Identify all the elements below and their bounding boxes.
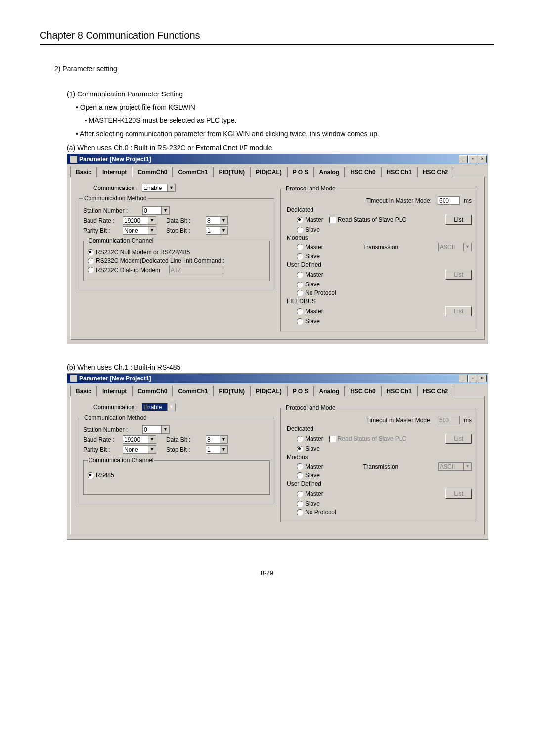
tab-analog[interactable]: Analog [314,167,345,177]
radio-fb-slave[interactable] [297,318,303,325]
tab-hscch1[interactable]: HSC Ch1 [381,386,417,396]
communication-combo[interactable]: Enable▼ [142,184,176,192]
tab-hscch0[interactable]: HSC Ch0 [345,386,381,396]
radio-modbus-slave[interactable] [297,253,303,260]
comm-channel-group: Communication Channel RS485 [83,457,270,495]
tab-hscch2[interactable]: HSC Ch2 [417,386,453,396]
station-label: Station Number : [83,426,142,433]
tab-interrupt[interactable]: Interrupt [97,167,132,177]
section-heading: 2) Parameter setting [54,65,494,73]
bullet-sub: - MASTER-K120S must be selected as PLC t… [85,114,494,127]
tab-commch0[interactable]: CommCh0 [132,167,173,177]
stopbit-combo[interactable]: 1▼ [206,226,228,235]
timeout-input[interactable]: 500 [438,196,460,205]
radio-dedicated-master[interactable] [297,217,303,223]
radio-dedicated-slave[interactable] [297,227,303,233]
station-label: Station Number : [83,207,142,214]
radio-modbus-master[interactable] [297,244,303,250]
tab-pos[interactable]: P O S [287,386,314,396]
tab-commch1[interactable]: CommCh1 [173,167,213,177]
databit-combo[interactable]: 8▼ [206,435,228,444]
radio-no-protocol[interactable] [297,509,303,516]
dialog-ch1: Parameter [New Project1] _ ▫ × Basic Int… [67,373,488,540]
baud-combo[interactable]: 19200▼ [123,216,156,225]
radio-label: Slave [305,500,320,507]
radio-ud-slave[interactable] [297,282,303,288]
radio-ud-master[interactable] [297,491,303,497]
dedicated-label: Dedicated [287,425,472,432]
close-button[interactable]: × [478,155,487,163]
chk-read-status[interactable] [329,217,336,223]
radio-rs232-null[interactable] [88,249,94,256]
radio-rs485[interactable] [88,472,94,479]
radio-no-protocol[interactable] [297,290,303,296]
tab-hscch2[interactable]: HSC Ch2 [417,167,453,177]
databit-combo[interactable]: 8▼ [206,216,228,225]
radio-rs232-modem[interactable] [88,258,94,264]
tab-pidtun[interactable]: PID(TUN) [213,167,250,177]
baud-combo[interactable]: 19200▼ [123,435,156,444]
chk-label: Read Status of Slave PLC [338,435,406,442]
communication-combo[interactable]: Enable▼ [142,403,176,411]
minimize-button[interactable]: _ [459,375,468,382]
timeout-input[interactable]: 500 [438,416,460,424]
tab-analog[interactable]: Analog [314,386,345,396]
tab-pidcal[interactable]: PID(CAL) [250,386,287,396]
transmission-combo[interactable]: ASCII▼ [438,462,472,471]
comm-method-legend: Communication Method [83,414,148,421]
communication-label: Communication : [79,404,142,411]
chevron-down-icon: ▼ [167,403,175,411]
protocol-mode-group: Protocol and Mode Timeout in Master Mode… [280,404,476,522]
transmission-combo[interactable]: ASCII▼ [438,243,472,251]
radio-modbus-slave[interactable] [297,472,303,479]
minimize-button[interactable]: _ [459,155,468,163]
tab-pidtun[interactable]: PID(TUN) [213,386,250,396]
fieldbus-label: FIELDBUS [287,298,472,305]
tab-basic[interactable]: Basic [70,386,97,396]
radio-label: Master [305,271,323,278]
tab-commch1[interactable]: CommCh1 [173,386,213,396]
station-combo[interactable]: 0▼ [142,206,170,215]
tabstrip: Basic Interrupt CommCh0 CommCh1 PID(TUN)… [67,383,488,396]
radio-dedicated-slave[interactable] [297,446,303,452]
titlebar[interactable]: Parameter [New Project1] _ ▫ × [67,374,488,383]
station-combo[interactable]: 0▼ [142,425,170,434]
stopbit-combo[interactable]: 1▼ [206,445,228,454]
radio-ud-master[interactable] [297,272,303,278]
list-button[interactable]: List [445,434,472,444]
radio-rs232-dialup[interactable] [88,267,94,273]
tab-pidcal[interactable]: PID(CAL) [250,167,287,177]
parity-combo[interactable]: None▼ [123,445,156,454]
modbus-label: Modbus [287,454,472,461]
radio-fb-master[interactable] [297,308,303,315]
radio-ud-slave[interactable] [297,501,303,507]
tab-basic[interactable]: Basic [70,167,97,177]
radio-label: RS485 [96,472,114,479]
comm-method-group: Communication Method Station Number : 0▼… [79,195,274,289]
timeout-label: Timeout in Master Mode: [366,197,432,204]
atz-input[interactable]: ATZ [169,266,223,274]
radio-modbus-master[interactable] [297,463,303,470]
list-button[interactable]: List [445,489,472,499]
radio-label: Master [305,490,323,497]
parity-label: Parity Bit : [83,446,123,453]
transmission-label: Transmission [323,463,438,470]
list-button[interactable]: List [445,306,472,316]
maximize-button[interactable]: ▫ [468,155,477,163]
radio-dedicated-master[interactable] [297,436,303,442]
tab-interrupt[interactable]: Interrupt [97,386,132,396]
chevron-down-icon: ▼ [167,184,175,191]
tab-pos[interactable]: P O S [287,167,314,177]
parity-combo[interactable]: None▼ [123,226,156,235]
protocol-mode-group: Protocol and Mode Timeout in Master Mode… [280,185,476,331]
tab-commch0[interactable]: CommCh0 [132,386,173,396]
tab-hscch1[interactable]: HSC Ch1 [381,167,417,177]
close-button[interactable]: × [478,375,487,382]
parity-label: Parity Bit : [83,227,123,234]
tab-hscch0[interactable]: HSC Ch0 [345,167,381,177]
list-button[interactable]: List [445,270,472,280]
list-button[interactable]: List [445,215,472,225]
stopbit-label: Stop Bit : [166,446,206,453]
titlebar[interactable]: Parameter [New Project1] _ ▫ × [67,154,488,164]
maximize-button[interactable]: ▫ [468,375,477,382]
